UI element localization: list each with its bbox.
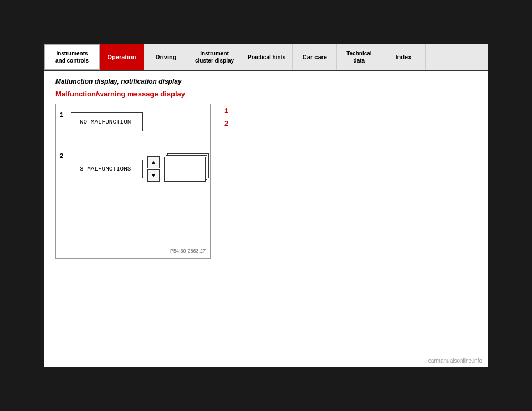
- stacked-pages: [164, 153, 202, 184]
- content-area: Instruments and controls Operation Drivi…: [44, 44, 488, 367]
- info-panel: 1 2: [222, 104, 477, 259]
- page: Instruments and controls Operation Drivi…: [0, 0, 532, 411]
- malfunctions-display: 3 MALFUNCTIONS: [71, 160, 143, 178]
- arrow-down-icon[interactable]: ▼: [147, 169, 160, 182]
- item-number-2: 2: [60, 152, 63, 159]
- diagram-item-2: 2 3 MALFUNCTIONS ▲ ▼: [64, 153, 202, 184]
- stack-box-front: [164, 157, 206, 182]
- item-number-1: 1: [60, 111, 63, 118]
- diagram-reference: P54.30-2863.27: [170, 248, 206, 254]
- nav-item-car-care[interactable]: Car care: [293, 44, 337, 70]
- nav-item-operation[interactable]: Operation: [100, 44, 144, 70]
- info-number-1: 1: [224, 106, 234, 115]
- info-item-2: 2: [224, 119, 474, 127]
- diagram-container: 1 NO MALFUNCTION 2 3 MALFUNCTIONS: [55, 104, 211, 259]
- nav-item-index[interactable]: Index: [381, 44, 426, 70]
- nav-item-instrument-cluster[interactable]: Instrument cluster display: [188, 44, 241, 70]
- nav-item-practical-hints[interactable]: Practical hints: [241, 44, 293, 70]
- info-item-1: 1: [224, 106, 474, 115]
- arrow-up-icon[interactable]: ▲: [147, 156, 160, 168]
- nav-item-driving[interactable]: Driving: [144, 44, 188, 70]
- subsection-title: Malfunction/warning message display: [55, 90, 477, 98]
- info-number-2: 2: [224, 119, 234, 127]
- navigation-bar: Instruments and controls Operation Drivi…: [44, 44, 488, 71]
- nav-item-instruments[interactable]: Instruments and controls: [44, 44, 100, 70]
- arrow-buttons[interactable]: ▲ ▼: [147, 156, 160, 182]
- diagram-item-1: 1 NO MALFUNCTION: [64, 112, 202, 131]
- content-layout: 1 NO MALFUNCTION 2 3 MALFUNCTIONS: [55, 104, 477, 259]
- section-title: Malfunction display, notification displa…: [55, 78, 477, 85]
- nav-item-technical-data[interactable]: Technical data: [337, 44, 381, 70]
- no-malfunction-display: NO MALFUNCTION: [71, 112, 143, 131]
- main-content: Malfunction display, notification displa…: [44, 71, 488, 265]
- watermark: carmanualsonline.info: [428, 358, 482, 364]
